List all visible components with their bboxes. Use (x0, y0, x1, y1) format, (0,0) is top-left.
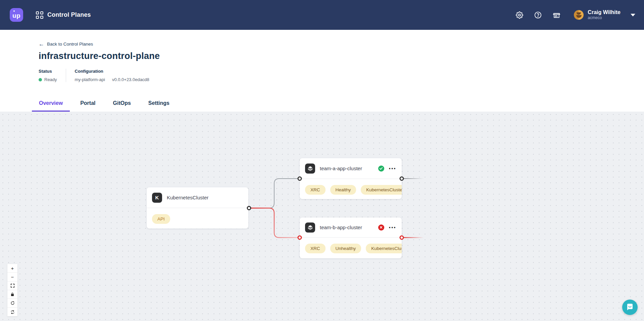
page-header: ← Back to Control Planes infrastructure-… (0, 30, 644, 112)
user-org: acmeco (588, 16, 621, 20)
badge-xrc: XRC (305, 185, 326, 195)
edge-lines (0, 112, 644, 321)
configuration-version: v0.0.0+23.0edacd8 (112, 77, 149, 82)
status-label: Status (39, 69, 57, 74)
user-name: Craig Wilhite (588, 9, 621, 15)
status-dot (39, 78, 42, 81)
tab-portal[interactable]: Portal (73, 100, 102, 112)
resource-graph-canvas[interactable]: K KubernetesCluster API team-a-app-clust… (0, 112, 644, 321)
gear-icon[interactable] (516, 11, 523, 19)
node-label: team-a-app-cluster (320, 166, 378, 171)
badge-api: API (152, 214, 170, 224)
badge-xrc: XRC (305, 244, 326, 253)
badge-healthy: Healthy (330, 185, 356, 195)
handle-team-a-in[interactable] (298, 177, 302, 181)
breadcrumb-label: Back to Control Planes (47, 42, 93, 47)
user-menu-caret-icon[interactable] (631, 14, 635, 16)
handle-kubernetescluster-out[interactable] (247, 206, 251, 210)
unhealthy-x-icon (378, 224, 384, 231)
tab-bar: Overview Portal GitOps Settings (32, 100, 177, 112)
rotate-button[interactable] (7, 299, 17, 308)
node-team-b-app-cluster[interactable]: team-b-app-cluster ••• XRC Unhealthy Kub… (300, 217, 402, 258)
layers-icon (305, 164, 315, 174)
layers-icon (305, 222, 315, 233)
marketplace-icon[interactable] (553, 11, 560, 19)
zoom-in-button[interactable]: + (7, 264, 17, 273)
handle-team-b-in[interactable] (298, 236, 302, 240)
chat-smile-icon (626, 303, 634, 311)
healthy-check-icon (378, 166, 384, 172)
canvas-controls: + − (7, 264, 17, 316)
tab-gitops[interactable]: GitOps (106, 100, 138, 112)
node-team-a-app-cluster[interactable]: team-a-app-cluster ••• XRC Healthy Kuber… (300, 158, 402, 199)
user-avatar[interactable] (574, 10, 584, 20)
node-menu-button[interactable]: ••• (389, 166, 396, 171)
status-value: Ready (44, 77, 57, 82)
node-label: team-b-app-cluster (320, 224, 378, 230)
back-arrow-icon: ← (39, 41, 44, 47)
chat-launcher-button[interactable] (622, 300, 638, 315)
lock-button[interactable] (7, 290, 17, 299)
node-menu-button[interactable]: ••• (389, 225, 396, 230)
node-label: KubernetesCluster (167, 195, 243, 200)
status-section: Status Ready (39, 69, 66, 82)
badge-unhealthy: Unhealthy (330, 244, 361, 253)
app-title: Control Planes (47, 11, 91, 18)
handle-team-b-out[interactable] (400, 236, 404, 240)
page-title: infrastructure-control-plane (39, 51, 644, 61)
configuration-name: my-platform-api (75, 77, 105, 82)
node-kubernetescluster[interactable]: K KubernetesCluster API (147, 187, 248, 229)
handle-team-a-out[interactable] (400, 177, 404, 181)
upbound-logo[interactable]: up (10, 8, 23, 22)
fit-view-button[interactable] (7, 281, 17, 290)
configuration-label: Configuration (75, 69, 149, 74)
help-icon[interactable] (534, 11, 542, 19)
tab-settings[interactable]: Settings (141, 100, 177, 112)
meta-row: Status Ready Configuration my-platform-a… (39, 69, 644, 82)
breadcrumb-back-link[interactable]: ← Back to Control Planes (39, 41, 93, 47)
top-navbar: up Control Planes Craig Wilhite acmeco (0, 0, 644, 30)
k-letter-icon: K (152, 193, 162, 203)
reload-layout-button[interactable] (7, 308, 17, 316)
zoom-out-button[interactable]: − (7, 273, 17, 281)
user-info: Craig Wilhite acmeco (588, 9, 621, 20)
logo-text: up (12, 12, 20, 19)
badge-kind: KubernetesCluster (366, 244, 402, 253)
apps-grid-icon[interactable] (36, 11, 43, 19)
tab-overview[interactable]: Overview (32, 100, 70, 112)
configuration-section: Configuration my-platform-api v0.0.0+23.… (66, 69, 158, 82)
badge-kind: KubernetesCluster (361, 185, 402, 195)
